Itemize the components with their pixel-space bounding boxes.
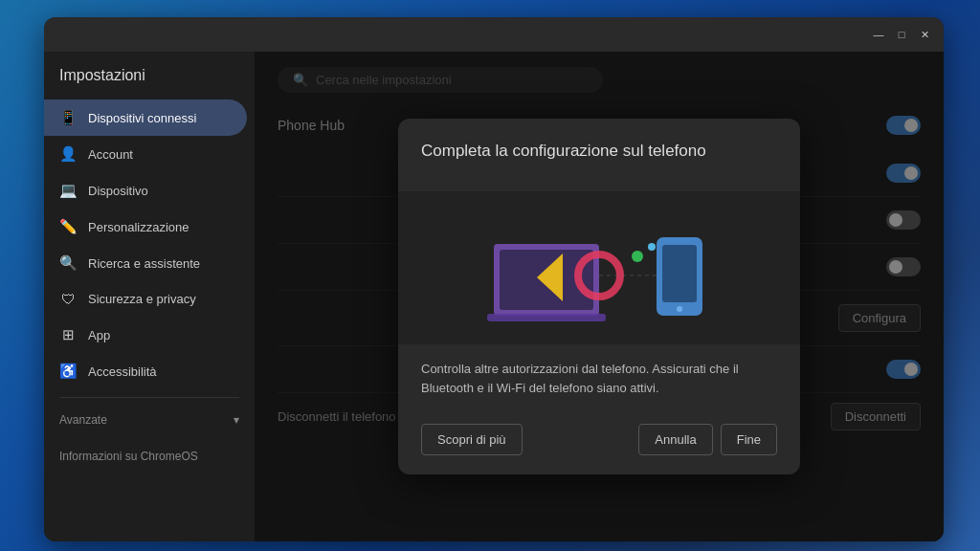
account-icon: 👤: [59, 145, 77, 163]
sidebar-item-personalizzazione[interactable]: ✏️ Personalizzazione: [44, 209, 247, 245]
informazioni-label: Informazioni su ChromeOS: [59, 450, 198, 463]
dialog-body: Controlla altre autorizzazioni dal telef…: [398, 344, 800, 412]
sidebar-item-dispositivi-connessi[interactable]: 📱 Dispositivi connessi: [44, 99, 247, 136]
sidebar-item-app[interactable]: ⊞ App: [44, 317, 247, 353]
dialog-overlay: Completa la configurazione sul telefono: [255, 52, 944, 541]
sidebar-item-label: Account: [88, 147, 133, 162]
svg-point-7: [648, 243, 656, 251]
search-icon: 🔍: [59, 254, 77, 272]
sidebar-item-label: Sicurezza e privacy: [88, 292, 196, 306]
sidebar-item-label: Dispositivi connessi: [88, 111, 196, 125]
sidebar-item-label: App: [88, 328, 110, 342]
dialog-title: Completa la configurazione sul telefono: [421, 142, 777, 161]
sidebar-item-label: Accessibilità: [88, 364, 157, 379]
sidebar-item-dispositivo[interactable]: 💻 Dispositivo: [44, 172, 247, 209]
sidebar-item-account[interactable]: 👤 Account: [44, 136, 247, 172]
sidebar-title: Impostazioni: [44, 67, 255, 99]
svg-point-6: [632, 251, 643, 262]
main-content: Impostazioni 📱 Dispositivi connessi 👤 Ac…: [44, 52, 944, 541]
dialog-body-text: Controlla altre autorizzazioni dal telef…: [421, 360, 777, 397]
avanzate-label: Avanzate: [59, 413, 107, 427]
title-bar: — □ ✕: [44, 17, 944, 52]
content-area: 🔍 Phone Hub Configu: [255, 52, 944, 541]
sidebar-divider: [59, 397, 239, 398]
svg-rect-9: [662, 245, 697, 302]
maximize-button[interactable]: □: [894, 27, 909, 42]
accessibility-icon: ♿: [59, 363, 77, 380]
setup-dialog: Completa la configurazione sul telefono: [398, 119, 800, 474]
sidebar: Impostazioni 📱 Dispositivi connessi 👤 Ac…: [44, 52, 255, 541]
dialog-actions: Scopri di più Annulla Fine: [398, 412, 800, 474]
dialog-header: Completa la configurazione sul telefono: [398, 119, 800, 191]
sidebar-item-accessibilita[interactable]: ♿ Accessibilità: [44, 353, 247, 389]
close-button[interactable]: ✕: [917, 27, 932, 42]
brush-icon: ✏️: [59, 218, 77, 235]
minimize-button[interactable]: —: [871, 27, 886, 42]
apps-icon: ⊞: [59, 326, 77, 343]
sidebar-item-label: Personalizzazione: [88, 220, 189, 234]
phone-icon: 📱: [59, 109, 77, 126]
fine-button[interactable]: Fine: [721, 424, 777, 455]
chevron-down-icon: ▾: [234, 413, 239, 427]
sidebar-item-sicurezza-privacy[interactable]: 🛡 Sicurezza e privacy: [44, 281, 247, 317]
informazioni-section[interactable]: Informazioni su ChromeOS: [44, 442, 255, 471]
dialog-illustration: [398, 191, 800, 344]
sidebar-item-label: Dispositivo: [88, 184, 148, 198]
annulla-button[interactable]: Annulla: [638, 424, 712, 455]
scopri-button[interactable]: Scopri di più: [421, 424, 523, 455]
sidebar-item-ricerca-assistente[interactable]: 🔍 Ricerca e assistente: [44, 245, 247, 281]
sidebar-item-label: Ricerca e assistente: [88, 256, 200, 271]
dialog-illustration-svg: [398, 191, 800, 344]
svg-point-10: [677, 306, 682, 312]
shield-icon: 🛡: [59, 291, 77, 307]
avanzate-section[interactable]: Avanzate ▾: [44, 406, 255, 434]
device-icon: 💻: [59, 182, 77, 199]
settings-window: — □ ✕ Impostazioni 📱 Dispositivi conness…: [44, 17, 944, 541]
svg-rect-2: [487, 314, 606, 321]
